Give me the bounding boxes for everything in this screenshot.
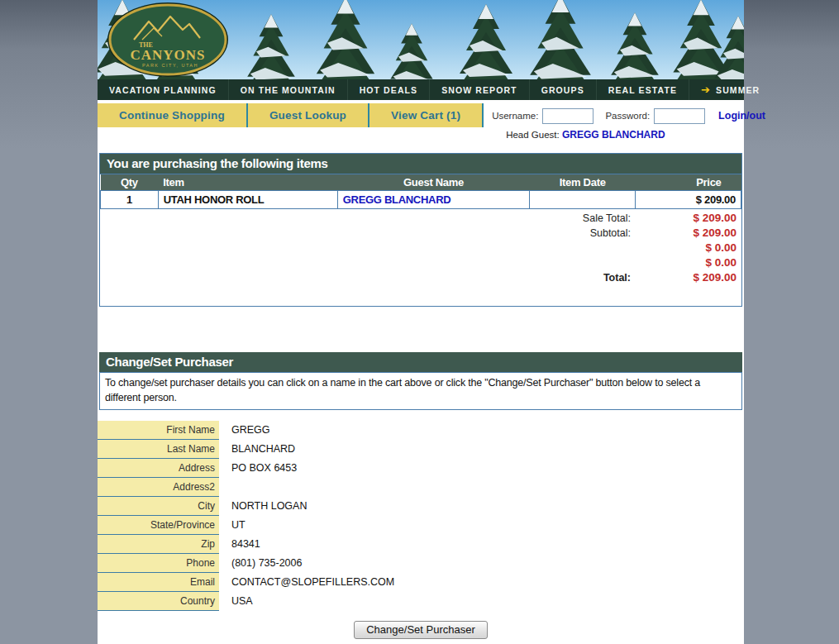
nav-snow-report[interactable]: SNOW REPORT: [430, 79, 529, 100]
zip-label: Zip: [98, 535, 219, 554]
grand-total-label: Total:: [474, 272, 639, 284]
purchaser-description: To change/set purchaser details you can …: [99, 372, 742, 410]
address2-label: Address2: [98, 478, 219, 497]
head-guest-label: Head Guest:: [506, 130, 560, 140]
form-row-address2: Address2: [98, 478, 744, 497]
last-name-value: BLANCHARD: [219, 440, 295, 459]
purchaser-form: First Name GREGG Last Name BLANCHARD Add…: [98, 421, 744, 611]
login-out-link[interactable]: Login/out: [718, 110, 765, 122]
address-label: Address: [98, 459, 219, 478]
email-label: Email: [98, 573, 219, 592]
cart-title: You are purchasing the following items: [100, 154, 741, 174]
canyons-logo[interactable]: THE CANYONS PARK CITY, UTAH: [106, 2, 230, 79]
fee-value-1: $ 0.00: [639, 241, 737, 254]
svg-text:PARK CITY, UTAH: PARK CITY, UTAH: [142, 63, 198, 68]
page: THE CANYONS PARK CITY, UTAH VACATION PLA…: [98, 0, 744, 644]
guest-lookup-button[interactable]: Guest Lookup: [248, 103, 369, 127]
purchaser-title: Change/Set Purchaser: [99, 352, 742, 372]
form-row-zip: Zip 84341: [98, 535, 744, 554]
head-guest-name[interactable]: GREGG BLANCHARD: [562, 129, 665, 141]
form-row-last-name: Last Name BLANCHARD: [98, 440, 744, 459]
fee-row-1: $ 0.00: [100, 241, 737, 256]
button-row: Change/Set Purchaser: [98, 621, 744, 644]
fee-value-2: $ 0.00: [639, 256, 737, 269]
password-input[interactable]: [654, 108, 705, 124]
nav-summer-label: SUMMER: [716, 85, 760, 95]
form-row-address: Address PO BOX 6453: [98, 459, 744, 478]
cart-row-date: [530, 191, 636, 209]
cart-row-qty: 1: [101, 191, 159, 209]
form-row-phone: Phone (801) 735-2006: [98, 554, 744, 573]
city-value: NORTH LOGAN: [219, 497, 307, 516]
sale-total-value: $ 209.00: [639, 212, 737, 224]
nav-summer[interactable]: ➔ SUMMER: [689, 79, 771, 100]
grand-total-row: Total: $ 209.00: [100, 271, 737, 286]
nav-groups[interactable]: GROUPS: [530, 79, 597, 100]
nav-real-estate[interactable]: REAL ESTATE: [597, 79, 689, 100]
grand-total-value: $ 209.00: [639, 271, 737, 284]
form-row-first-name: First Name GREGG: [98, 421, 744, 440]
login-area: Username: Password: Login/out Head Guest…: [484, 103, 765, 127]
sale-total-label: Sale Total:: [474, 212, 639, 224]
first-name-label: First Name: [98, 421, 219, 440]
zip-value: 84341: [219, 535, 260, 554]
purchaser-section: Change/Set Purchaser To change/set purch…: [99, 352, 742, 410]
country-label: Country: [98, 592, 219, 611]
col-item: Item: [158, 174, 337, 191]
cart-row-guest-link[interactable]: GREGG BLANCHARD: [343, 193, 451, 206]
username-input[interactable]: [542, 108, 593, 124]
form-row-state: State/Province UT: [98, 516, 744, 535]
address2-value: [219, 478, 231, 497]
subnav: Continue Shopping Guest Lookup View Cart…: [98, 103, 744, 127]
form-row-email: Email CONTACT@SLOPEFILLERS.COM: [98, 573, 744, 592]
nav-vacation-planning[interactable]: VACATION PLANNING: [98, 79, 229, 100]
view-cart-button[interactable]: View Cart (1): [369, 103, 484, 127]
col-price: Price: [636, 174, 741, 191]
summer-arrow-icon: ➔: [701, 83, 711, 96]
form-row-city: City NORTH LOGAN: [98, 497, 744, 516]
username-label: Username:: [492, 111, 538, 121]
phone-label: Phone: [98, 554, 219, 573]
subtotal-row: Subtotal: $ 209.00: [100, 227, 737, 241]
fee-row-2: $ 0.00: [100, 256, 737, 271]
cart-table: Qty Item Guest Name Item Date Price 1 UT…: [100, 174, 741, 209]
state-label: State/Province: [98, 516, 219, 535]
address-value: PO BOX 6453: [219, 459, 297, 478]
sale-total-row: Sale Total: $ 209.00: [100, 212, 737, 227]
state-value: UT: [219, 516, 246, 535]
header-banner: THE CANYONS PARK CITY, UTAH: [98, 0, 744, 79]
country-value: USA: [219, 592, 253, 611]
col-qty: Qty: [101, 174, 159, 191]
first-name-value: GREGG: [219, 421, 270, 440]
cart-header-row: Qty Item Guest Name Item Date Price: [101, 174, 741, 191]
col-guest-name: Guest Name: [337, 174, 530, 191]
nav-hot-deals[interactable]: HOT DEALS: [348, 79, 431, 100]
phone-value: (801) 735-2006: [219, 554, 302, 573]
main-nav: VACATION PLANNING ON THE MOUNTAIN HOT DE…: [98, 79, 744, 100]
form-row-country: Country USA: [98, 592, 744, 611]
cart-row-price: $ 209.00: [636, 191, 741, 209]
cart-totals: Sale Total: $ 209.00 Subtotal: $ 209.00 …: [100, 209, 741, 306]
cart-row-item: UTAH HONOR ROLL: [158, 191, 337, 209]
subtotal-label: Subtotal:: [474, 227, 639, 239]
col-item-date: Item Date: [530, 174, 636, 191]
password-label: Password:: [605, 111, 650, 121]
svg-text:CANYONS: CANYONS: [130, 47, 205, 63]
email-value: CONTACT@SLOPEFILLERS.COM: [219, 573, 394, 592]
city-label: City: [98, 497, 219, 516]
change-set-purchaser-button[interactable]: Change/Set Purchaser: [354, 621, 488, 639]
continue-shopping-button[interactable]: Continue Shopping: [98, 103, 248, 127]
cart-section: You are purchasing the following items Q…: [99, 153, 742, 307]
subtotal-value: $ 209.00: [639, 227, 737, 239]
last-name-label: Last Name: [98, 440, 219, 459]
cart-row: 1 UTAH HONOR ROLL GREGG BLANCHARD $ 209.…: [101, 191, 741, 209]
nav-on-the-mountain[interactable]: ON THE MOUNTAIN: [229, 79, 348, 100]
